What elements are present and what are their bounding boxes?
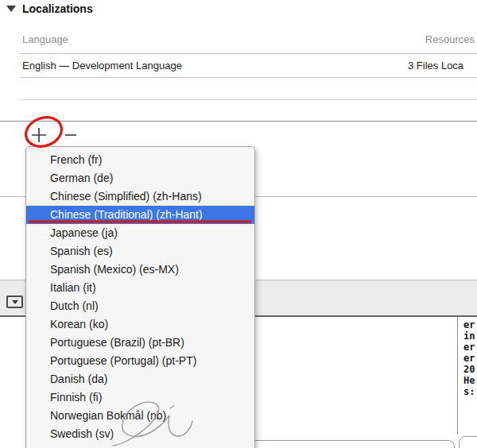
menu-item-language[interactable]: Spanish (es) bbox=[26, 242, 254, 261]
table-header-divider bbox=[20, 53, 477, 54]
triangle-down-icon bbox=[12, 300, 18, 304]
section-header: Localizations bbox=[6, 2, 93, 15]
menu-item-language[interactable]: Spanish (Mexico) (es-MX) bbox=[26, 261, 254, 279]
plus-icon bbox=[26, 122, 52, 148]
code-line: er bbox=[463, 319, 475, 330]
pane-divider[interactable] bbox=[457, 317, 458, 434]
menu-item-language[interactable]: Chinese (Traditional) (zh-Hant) bbox=[26, 206, 254, 224]
filter-popup-icon[interactable] bbox=[6, 295, 23, 308]
menu-item-language[interactable]: Swedish (sv) bbox=[26, 425, 254, 443]
table-cell-language[interactable]: English — Development Language bbox=[22, 60, 182, 71]
code-line: s: bbox=[463, 386, 475, 397]
language-popup-menu: French (fr)German (de)Chinese (Simplifie… bbox=[25, 146, 255, 448]
table-row-divider bbox=[20, 99, 477, 100]
menu-item-language[interactable]: Finnish (fi) bbox=[26, 388, 254, 407]
column-header-language: Language bbox=[22, 33, 68, 45]
menu-item-language[interactable]: Danish (da) bbox=[26, 370, 254, 388]
code-column: erinerer20Hes: bbox=[463, 319, 475, 397]
section-title: Localizations bbox=[22, 2, 93, 15]
text-view-right bbox=[459, 436, 477, 448]
menu-item-language[interactable]: Korean (ko) bbox=[26, 315, 254, 334]
disclosure-triangle-icon[interactable] bbox=[6, 6, 16, 12]
menu-item-language[interactable]: French (fr) bbox=[26, 151, 254, 169]
code-line: 20 bbox=[463, 364, 475, 375]
code-line: er bbox=[463, 342, 475, 353]
table-bottom-border bbox=[0, 121, 477, 122]
code-line: in bbox=[463, 330, 475, 342]
remove-localization-button[interactable] bbox=[58, 122, 83, 148]
code-line: He bbox=[463, 375, 475, 386]
localizations-settings-panel: Localizations Language Resources English… bbox=[0, 0, 477, 448]
menu-item-language[interactable]: Norwegian Bokmål (nb) bbox=[26, 407, 254, 425]
menu-item-language[interactable]: Chinese (Simplified) (zh-Hans) bbox=[26, 187, 254, 206]
add-localization-button[interactable] bbox=[26, 122, 52, 148]
minus-icon bbox=[58, 122, 83, 148]
menu-item-language[interactable]: Portuguese (Brazil) (pt-BR) bbox=[26, 334, 254, 352]
table-row-divider bbox=[20, 77, 477, 78]
menu-item-language[interactable]: German (de) bbox=[26, 169, 254, 187]
column-header-resources: Resources bbox=[362, 33, 475, 45]
menu-item-language[interactable]: Japanese (ja) bbox=[26, 224, 254, 242]
menu-item-language[interactable]: Dutch (nl) bbox=[26, 297, 254, 315]
menu-item-language[interactable]: Italian (it) bbox=[26, 279, 254, 297]
code-line: er bbox=[463, 353, 475, 364]
table-cell-resources: 3 Files Loca bbox=[408, 60, 463, 71]
menu-item-language[interactable]: Portuguese (Portugal) (pt-PT) bbox=[26, 352, 254, 370]
